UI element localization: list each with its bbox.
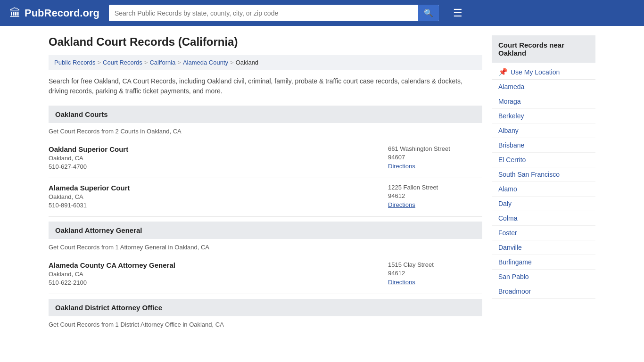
court-entry-attorney-general: Alameda County CA Attorney General Oakla… — [49, 255, 482, 294]
sidebar-item-berkeley: Berkeley — [492, 109, 595, 123]
sidebar-link-alameda[interactable]: Alameda — [492, 80, 595, 94]
section-da-header: Oakland District Attorney Office — [49, 299, 482, 316]
court-entry-oakland-superior: Oakland Superior Court Oakland, CA 510-6… — [49, 140, 482, 178]
court-left-2: Alameda Superior Court Oakland, CA 510-8… — [49, 184, 130, 209]
sidebar-item-broadmoor: Broadmoor — [492, 284, 595, 299]
court-name-3: Alameda County CA Attorney General — [49, 261, 175, 269]
court-city-3: Oakland, CA — [49, 271, 175, 278]
sidebar-item-south-san-francisco: South San Francisco — [492, 167, 595, 182]
breadcrumb-sep-4: > — [230, 59, 234, 66]
court-zip-1: 94607 — [388, 154, 482, 161]
sidebar-link-albany[interactable]: Albany — [492, 123, 595, 138]
directions-link-1[interactable]: Directions — [388, 163, 415, 170]
sidebar-item-daly: Daly — [492, 197, 595, 211]
section-courts-desc: Get Court Records from 2 Courts in Oakla… — [49, 123, 482, 140]
sidebar-link-berkeley[interactable]: Berkeley — [492, 109, 595, 123]
sidebar-link-san-pablo[interactable]: San Pablo — [492, 270, 595, 284]
section-courts: Oakland Courts Get Court Records from 2 … — [49, 106, 482, 217]
page-description: Search for free Oakland, CA Court Record… — [49, 76, 482, 96]
use-location-label: Use My Location — [511, 68, 560, 76]
court-left-1: Oakland Superior Court Oakland, CA 510-6… — [49, 145, 128, 170]
court-phone-1: 510-627-4700 — [49, 163, 128, 170]
court-address-3: 1515 Clay Street — [388, 261, 482, 268]
sidebar-item-burlingame: Burlingame — [492, 255, 595, 270]
breadcrumb-alameda-county[interactable]: Alameda County — [183, 59, 228, 66]
sidebar-item-foster: Foster — [492, 226, 595, 240]
sidebar-link-colma[interactable]: Colma — [492, 211, 595, 225]
breadcrumb-california[interactable]: California — [149, 59, 175, 66]
breadcrumb-court-records[interactable]: Court Records — [103, 59, 142, 66]
logo-icon: 🏛 — [9, 7, 21, 20]
page-title: Oakland Court Records (California) — [49, 35, 482, 49]
sidebar-item-brisbane: Brisbane — [492, 138, 595, 153]
sidebar-links-list: Alameda Moraga Berkeley Albany Brisbane … — [492, 80, 595, 299]
section-attorney-header: Oakland Attorney General — [49, 222, 482, 239]
sidebar-item-alamo: Alamo — [492, 182, 595, 197]
sidebar-link-broadmoor[interactable]: Broadmoor — [492, 284, 595, 298]
location-pin-icon: 📌 — [498, 67, 508, 76]
sidebar-link-moraga[interactable]: Moraga — [492, 94, 595, 108]
sidebar-item-moraga: Moraga — [492, 94, 595, 109]
sidebar-link-brisbane[interactable]: Brisbane — [492, 138, 595, 152]
breadcrumb: Public Records > Court Records > Califor… — [49, 55, 482, 70]
sidebar-header: Court Records near Oakland — [492, 35, 595, 63]
sidebar-item-albany: Albany — [492, 123, 595, 138]
court-address-1: 661 Washington Street — [388, 145, 482, 152]
court-left-3: Alameda County CA Attorney General Oakla… — [49, 261, 175, 286]
sidebar-link-foster[interactable]: Foster — [492, 226, 595, 240]
court-right-2: 1225 Fallon Street 94612 Directions — [388, 184, 482, 209]
logo-text: PubRecord.org — [25, 7, 99, 19]
sidebar-item-el-cerrito: El Cerrito — [492, 153, 595, 167]
search-icon: 🔍 — [424, 9, 433, 17]
breadcrumb-current: Oakland — [236, 59, 258, 66]
search-bar: 🔍 — [109, 5, 439, 21]
breadcrumb-public-records[interactable]: Public Records — [54, 59, 95, 66]
section-attorney-general: Oakland Attorney General Get Court Recor… — [49, 222, 482, 294]
sidebar-link-danville[interactable]: Danville — [492, 240, 595, 255]
sidebar-link-south-san-francisco[interactable]: South San Francisco — [492, 167, 595, 181]
search-input[interactable] — [109, 6, 418, 21]
use-location-button[interactable]: 📌 Use My Location — [492, 63, 595, 80]
section-da-desc: Get Court Records from 1 District Attorn… — [49, 316, 482, 333]
section-district-attorney: Oakland District Attorney Office Get Cou… — [49, 299, 482, 333]
court-zip-3: 94612 — [388, 270, 482, 277]
section-attorney-desc: Get Court Records from 1 Attorney Genera… — [49, 239, 482, 255]
sidebar-link-daly[interactable]: Daly — [492, 197, 595, 211]
court-name-2: Alameda Superior Court — [49, 184, 130, 192]
court-zip-2: 94612 — [388, 192, 482, 199]
court-phone-2: 510-891-6031 — [49, 202, 130, 209]
sidebar-item-colma: Colma — [492, 211, 595, 226]
court-address-2: 1225 Fallon Street — [388, 184, 482, 191]
sidebar-item-san-pablo: San Pablo — [492, 270, 595, 284]
breadcrumb-sep-1: > — [97, 59, 101, 66]
court-city-2: Oakland, CA — [49, 193, 130, 200]
court-right-3: 1515 Clay Street 94612 Directions — [388, 261, 482, 286]
search-button[interactable]: 🔍 — [418, 5, 439, 21]
sidebar-item-danville: Danville — [492, 240, 595, 255]
court-phone-3: 510-622-2100 — [49, 279, 175, 286]
main-container: Oakland Court Records (California) Publi… — [39, 26, 605, 347]
breadcrumb-sep-2: > — [144, 59, 148, 66]
site-header: 🏛 PubRecord.org 🔍 ☰ — [0, 0, 644, 26]
content-area: Oakland Court Records (California) Publi… — [49, 35, 482, 337]
logo-link[interactable]: 🏛 PubRecord.org — [9, 7, 99, 20]
menu-icon[interactable]: ☰ — [453, 7, 462, 19]
sidebar-link-el-cerrito[interactable]: El Cerrito — [492, 153, 595, 167]
sidebar-link-alamo[interactable]: Alamo — [492, 182, 595, 196]
court-entry-alameda-superior: Alameda Superior Court Oakland, CA 510-8… — [49, 178, 482, 217]
breadcrumb-sep-3: > — [177, 59, 181, 66]
sidebar-link-burlingame[interactable]: Burlingame — [492, 255, 595, 269]
directions-link-2[interactable]: Directions — [388, 201, 415, 208]
section-courts-header: Oakland Courts — [49, 106, 482, 123]
directions-link-3[interactable]: Directions — [388, 279, 415, 286]
court-city-1: Oakland, CA — [49, 155, 128, 162]
court-right-1: 661 Washington Street 94607 Directions — [388, 145, 482, 170]
court-name-1: Oakland Superior Court — [49, 145, 128, 153]
sidebar: Court Records near Oakland 📌 Use My Loca… — [492, 35, 595, 337]
sidebar-item-alameda: Alameda — [492, 80, 595, 94]
